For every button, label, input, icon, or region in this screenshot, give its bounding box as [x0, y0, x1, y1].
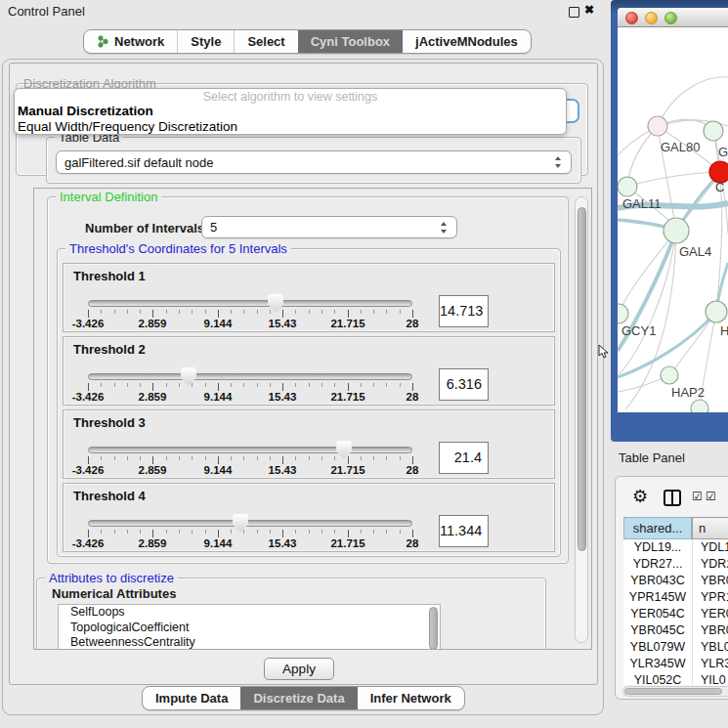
number-of-intervals-label: Number of Intervals	[85, 221, 204, 236]
thresholds-group-title: Threshold's Coordinates for 5 Intervals	[65, 241, 291, 256]
algorithm-dropdown-popup: Select algorithm to view settings Manual…	[14, 88, 567, 135]
threshold-1-panel: Threshold 1 -3.426 2.859 9.144 15.43 21.…	[63, 263, 555, 332]
threshold-2-value[interactable]: 6.316	[439, 368, 489, 401]
table-row[interactable]: YDL19...YDL1	[623, 539, 728, 556]
number-of-intervals-value: 5	[210, 220, 440, 235]
dropdown-placeholder: Select algorithm to view settings	[15, 90, 566, 104]
threshold-1-slider-track[interactable]	[88, 300, 412, 307]
attribute-item[interactable]: BetweennessCentrality	[59, 635, 440, 650]
column-header-name[interactable]: n	[692, 517, 728, 539]
node-label: GA	[718, 145, 728, 159]
threshold-4-slider-track[interactable]	[88, 520, 412, 527]
settings-scroll-panel: Interval Definition Number of Intervals …	[33, 188, 592, 650]
cyni-bottom-tabbar: Impute Data Discretize Data Infer Networ…	[142, 686, 465, 710]
tab-discretize-data[interactable]: Discretize Data	[240, 687, 357, 709]
numerical-attributes-list[interactable]: SelfLoops TopologicalCoefficient Between…	[58, 604, 441, 650]
network-window-titlebar[interactable]	[618, 8, 728, 27]
close-icon[interactable]: ✖	[584, 3, 594, 17]
attributes-group-title: Attributes to discretize	[45, 571, 178, 585]
node-label: HAP2	[671, 385, 705, 400]
attribute-item[interactable]: TopologicalCoefficient	[59, 621, 440, 636]
node-label: GAL11	[622, 196, 662, 211]
numerical-attributes-label: Numerical Attributes	[52, 586, 176, 601]
table-row[interactable]: YIL052CYIL0	[623, 672, 728, 685]
table-panel-title: Table Panel	[619, 450, 685, 465]
tab-network[interactable]: Network	[84, 30, 177, 53]
tab-infer-network[interactable]: Infer Network	[358, 687, 464, 709]
node-hap2	[661, 366, 678, 384]
table-panel: ⚙ ☑ ☑ shared... n YDL19...YDL1 YDR27...Y…	[615, 476, 728, 700]
tab-style[interactable]: Style	[177, 30, 234, 53]
dropdown-option-manual[interactable]: Manual Discretization	[18, 104, 153, 118]
settings-scrollbar-thumb[interactable]	[578, 207, 586, 551]
settings-scrollbar[interactable]	[575, 196, 588, 643]
node-label: GCY1	[621, 323, 656, 338]
table-row[interactable]: YLR345WYLR3	[623, 656, 728, 672]
attribute-item[interactable]: SelfLoops	[59, 605, 440, 621]
select-columns-icon[interactable]: ☑	[692, 490, 703, 503]
node-gal11	[618, 177, 637, 196]
control-panel-title: Control Panel	[8, 4, 85, 19]
tab-impute-data[interactable]: Impute Data	[143, 687, 240, 709]
combo-stepper-icon	[554, 155, 563, 169]
node-gcy1	[618, 304, 628, 323]
table-horizontal-scrollbar[interactable]	[622, 686, 728, 697]
interval-definition-groupbox: Interval Definition Number of Intervals …	[47, 196, 569, 564]
attributes-scrollbar-thumb[interactable]	[429, 607, 438, 650]
threshold-3-value[interactable]: 21.4	[439, 442, 489, 474]
column-divider	[692, 539, 693, 685]
node-gal4	[664, 218, 689, 243]
settings-gear-icon[interactable]: ⚙	[632, 486, 648, 507]
cyni-toolbox-panel: Discretization Algorithm Select algorith…	[9, 63, 598, 685]
threshold-4-value[interactable]: 11.344	[439, 515, 489, 547]
table-row[interactable]: YBR043CYBR0	[623, 573, 728, 589]
select-rows-icon[interactable]: ☑	[706, 490, 716, 503]
close-traffic-light-icon[interactable]	[625, 12, 638, 24]
table-horizontal-scrollbar-thumb[interactable]	[624, 688, 722, 695]
node-h	[706, 301, 727, 322]
table-row[interactable]: YPR145WYPR1	[623, 589, 728, 606]
threshold-1-value[interactable]: 14.713	[439, 295, 489, 327]
number-of-intervals-combo[interactable]: 5	[201, 216, 457, 238]
table-row[interactable]: YBL079WYBL0	[623, 639, 728, 656]
node-label: C	[715, 180, 724, 194]
network-canvas[interactable]: GAL80 GA C GAL11 GAL4 GCY1 H HAP2	[618, 28, 728, 412]
column-header-shared-name[interactable]: shared...	[623, 517, 692, 539]
mouse-cursor	[598, 344, 609, 359]
thresholds-groupbox: Threshold's Coordinates for 5 Intervals …	[57, 248, 561, 557]
threshold-2-slider-track[interactable]	[88, 373, 412, 380]
attributes-groupbox: Attributes to discretize Numerical Attri…	[36, 578, 546, 650]
table-data-combo-value: galFiltered.sif default node	[64, 155, 554, 170]
table-row[interactable]: YER054CYER0	[623, 606, 728, 622]
tab-jactivemnodules[interactable]: jActiveMNodules	[403, 30, 531, 53]
column-split-icon[interactable]	[664, 490, 681, 506]
node-gal80	[648, 116, 667, 136]
threshold-3-slider-track[interactable]	[88, 447, 412, 453]
network-window: GAL80 GA C GAL11 GAL4 GCY1 H HAP2	[618, 8, 728, 412]
table-data-combo[interactable]: galFiltered.sif default node	[56, 150, 572, 174]
tab-network-label: Network	[114, 30, 164, 53]
screenshot-root: Control Panel ✖ Network Style Select Cyn…	[0, 0, 728, 728]
table-row[interactable]: YBR045CYBR0	[623, 622, 728, 639]
combo-stepper-icon	[440, 221, 449, 235]
node-label: GAL4	[679, 244, 711, 259]
zoom-traffic-light-icon[interactable]	[664, 12, 677, 24]
threshold-2-panel: Threshold 2 -3.426 2.859 9.144 15.43 21.…	[63, 336, 555, 406]
tab-select[interactable]: Select	[234, 30, 297, 53]
dropdown-option-equal-width[interactable]: Equal Width/Frequency Discretization	[18, 119, 237, 134]
interval-definition-title: Interval Definition	[56, 190, 161, 204]
threshold-3-panel: Threshold 3 -3.426 2.859 9.144 15.43 21.…	[63, 409, 555, 479]
tab-cyni-toolbox[interactable]: Cyni Toolbox	[298, 30, 403, 53]
table-row[interactable]: YDR27...YDR2	[623, 556, 728, 573]
node-label: H	[720, 323, 728, 338]
node-label: GAL80	[661, 140, 700, 154]
node-partial-bottom	[691, 400, 708, 412]
minimize-traffic-light-icon[interactable]	[645, 12, 658, 24]
float-window-icon[interactable]	[569, 7, 579, 18]
node-table[interactable]: YDL19...YDL1 YDR27...YDR2 YBR043CYBR0 YP…	[623, 539, 728, 685]
control-panel-body: Discretization Algorithm Select algorith…	[2, 59, 604, 715]
threshold-4-panel: Threshold 4 -3.426 2.859 9.144 15.43 21.…	[63, 483, 555, 552]
node-ga	[704, 121, 723, 141]
table-data-groupbox: Table Data galFiltered.sif default node	[46, 137, 581, 184]
apply-button[interactable]: Apply	[264, 658, 334, 680]
